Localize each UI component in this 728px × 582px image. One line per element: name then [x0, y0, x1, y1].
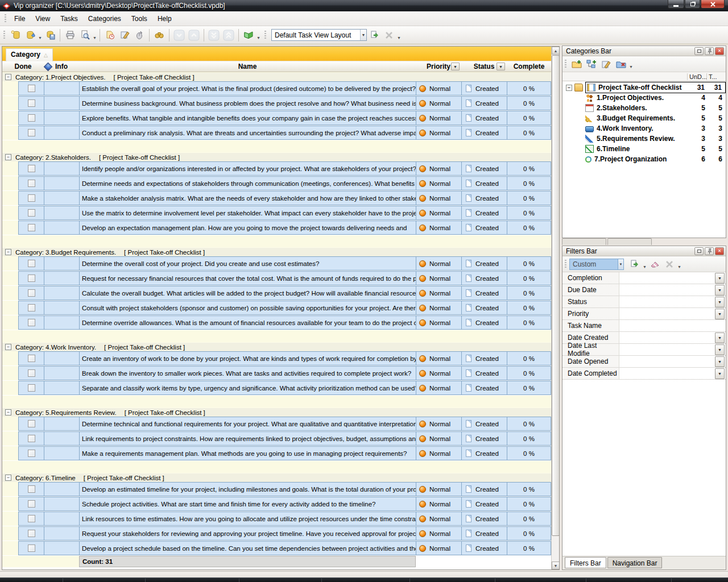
task-done-checkbox[interactable] [28, 194, 35, 202]
task-row[interactable]: Separate and classify work items by type… [2, 381, 551, 395]
task-done-checkbox[interactable] [28, 435, 35, 442]
task-row[interactable]: Determine technical and functional requi… [2, 417, 551, 431]
task-done-checkbox[interactable] [28, 304, 35, 311]
categories-toolbar-overflow[interactable]: ▼ [628, 57, 634, 71]
filter-dropdown-button[interactable]: ▼ [715, 273, 725, 284]
tree-column-total[interactable]: T... [706, 73, 726, 80]
task-done-checkbox[interactable] [28, 224, 35, 231]
categories-bar-pin-button[interactable] [705, 47, 714, 55]
window-titlebar[interactable]: Vip organizer [C:\Users\dmitry\Desktop\P… [0, 0, 728, 11]
category-group-row[interactable]: −Category: 6.Timeline[ Project Take-off … [2, 473, 551, 482]
category-group-row[interactable]: −Category: 1.Project Objectives.[ Projec… [2, 72, 551, 81]
task-done-checkbox[interactable] [28, 289, 35, 297]
cut-tab[interactable] [562, 238, 606, 245]
menu-item-help[interactable]: Help [152, 13, 177, 25]
filters-bar-titlebar[interactable]: Filters Bar ✕ [562, 246, 726, 256]
open-database-dropdown[interactable]: ▼ [38, 28, 43, 42]
filter-row-priority[interactable]: Priority▼ [562, 308, 726, 320]
task-row[interactable]: Develop a project schedule based on the … [2, 541, 551, 555]
task-done-checkbox[interactable] [28, 99, 35, 107]
find-button[interactable] [152, 28, 166, 42]
category-group-row[interactable]: −Category: 2.Stakeholders.[ Project Take… [2, 152, 551, 161]
task-done-checkbox[interactable] [28, 260, 35, 267]
filter-value-field[interactable] [619, 368, 715, 379]
filter-value-field[interactable] [619, 320, 726, 331]
filter-row-due-date[interactable]: Due Date▼ [562, 284, 726, 296]
task-done-checkbox[interactable] [28, 384, 35, 392]
task-row[interactable]: Break down the inventory to smaller work… [2, 366, 551, 380]
new-database-button[interactable] [9, 28, 22, 42]
column-header-name[interactable]: Name [79, 61, 416, 72]
task-done-checkbox[interactable] [28, 485, 35, 493]
filter-dropdown-button[interactable]: ▼ [715, 297, 725, 307]
collapse-icon[interactable]: − [5, 154, 11, 160]
layout-toolbar-overflow[interactable]: ▼ [396, 28, 402, 42]
menu-item-categories[interactable]: Categories [83, 13, 126, 25]
filter-preset-combobox[interactable]: Custom ▼ [569, 259, 624, 270]
collapse-icon[interactable]: − [5, 475, 11, 481]
filter-dropdown-button[interactable]: ▼ [715, 309, 725, 319]
task-done-checkbox[interactable] [28, 180, 35, 187]
column-header-priority[interactable]: Priority ▼ [416, 61, 461, 72]
column-header-complete[interactable]: Complete [507, 61, 551, 72]
menu-item-tools[interactable]: Tools [126, 13, 152, 25]
task-done-checkbox[interactable] [28, 275, 35, 282]
tree-item[interactable]: 3.Budget Requirements.55 [562, 113, 726, 123]
task-row[interactable]: Establish the overall goal of your proje… [2, 81, 551, 95]
task-done-checkbox[interactable] [28, 515, 35, 522]
status-filter-dropdown[interactable]: ▼ [497, 63, 505, 70]
filter-dropdown-button[interactable]: ▼ [715, 285, 725, 296]
filter-row-date-opened[interactable]: Date Opened▼ [562, 356, 726, 368]
windows-taskbar[interactable] [0, 577, 728, 582]
task-done-checkbox[interactable] [28, 420, 35, 427]
task-done-checkbox[interactable] [28, 500, 35, 508]
task-row[interactable]: Create an inventory of work to be done b… [2, 351, 551, 365]
tree-item[interactable]: −Project Take-off Checklist3131 [562, 82, 726, 93]
task-row[interactable]: Link resources to time estimates. How ar… [2, 512, 551, 526]
edit-category-button[interactable] [599, 57, 613, 71]
cut-tab[interactable] [607, 238, 652, 245]
task-row[interactable]: Link requirements to project constraints… [2, 431, 551, 446]
filter-value-field[interactable] [619, 296, 715, 307]
task-done-checkbox[interactable] [28, 530, 35, 537]
filter-preset-arrow[interactable]: ▼ [618, 259, 623, 269]
close-button[interactable] [701, 0, 725, 9]
save-layout-button[interactable] [367, 28, 381, 42]
task-done-checkbox[interactable] [28, 355, 35, 362]
task-row[interactable]: Consult with project stakeholders (spons… [2, 301, 551, 315]
task-done-checkbox[interactable] [28, 85, 35, 92]
scrollbar-thumb[interactable] [552, 55, 560, 536]
task-done-checkbox[interactable] [28, 209, 35, 217]
save-database-button[interactable] [43, 28, 57, 42]
categories-bar-titlebar[interactable]: Categories Bar ✕ [562, 46, 726, 56]
new-task-button[interactable] [103, 28, 117, 42]
task-row[interactable]: Request your stakeholders for reviewing … [2, 526, 551, 541]
filter-row-date-completed[interactable]: Date Completed▼ [562, 368, 726, 380]
layout-combobox[interactable]: Default Task View Layout ▼ [271, 29, 367, 41]
task-row[interactable]: Explore benefits. What tangible and inta… [2, 111, 551, 125]
filter-value-field[interactable] [619, 356, 715, 367]
new-subcategory-button[interactable] [585, 57, 598, 71]
tree-column-undone[interactable]: UnD... [687, 73, 706, 80]
tree-collapse-icon[interactable]: − [566, 85, 572, 91]
tree-item[interactable]: 7.Project Organization66 [562, 154, 726, 164]
task-done-checkbox[interactable] [28, 369, 35, 377]
task-row[interactable]: Schedule project activities. What are st… [2, 497, 551, 511]
priority-filter-dropdown[interactable]: ▼ [451, 63, 460, 70]
apply-filter-button[interactable] [628, 257, 642, 271]
task-row[interactable]: Request for necessary financial resource… [2, 271, 551, 285]
category-group-row[interactable]: −Category: 4.Work Inventory.[ Project Ta… [2, 342, 551, 351]
collapse-icon[interactable]: − [5, 344, 11, 350]
task-done-checkbox[interactable] [28, 319, 35, 326]
grid-vertical-scrollbar[interactable]: ▲ ▼ [551, 47, 559, 569]
task-done-checkbox[interactable] [28, 165, 35, 172]
column-header-done[interactable]: Done [2, 61, 44, 72]
task-done-checkbox[interactable] [28, 450, 35, 457]
filters-bar-restore-button[interactable] [694, 247, 704, 255]
tab-navigation-bar[interactable]: Navigation Bar [607, 557, 663, 568]
task-row[interactable]: Determine needs and expectations of stak… [2, 176, 551, 190]
column-header-info[interactable]: Info [44, 61, 79, 72]
filters-bar-pin-button[interactable] [705, 247, 714, 255]
filter-dropdown-button[interactable]: ▼ [715, 356, 725, 367]
scroll-down-arrow[interactable]: ▼ [552, 562, 560, 569]
